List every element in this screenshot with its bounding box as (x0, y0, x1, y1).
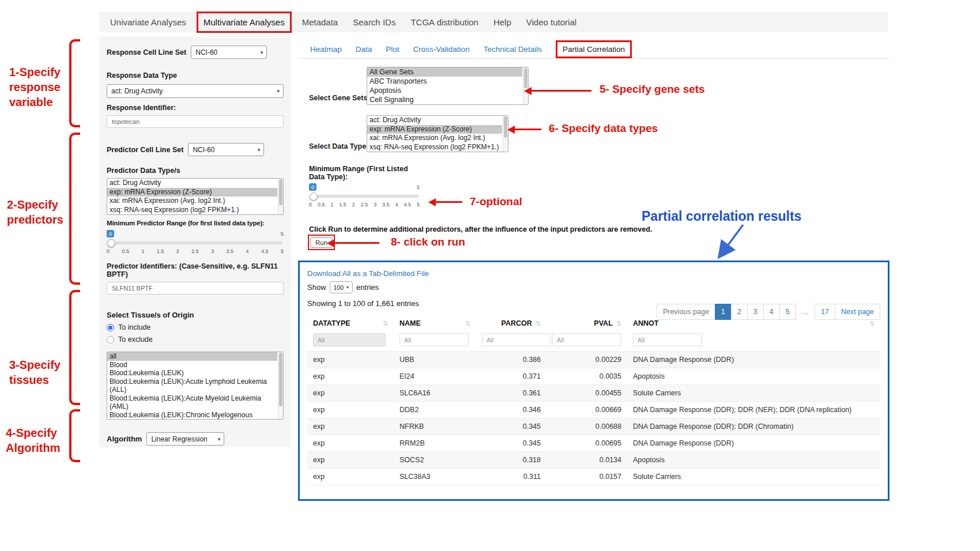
listbox-option[interactable]: xsq: RNA-seq Expression (log2 FPKM+1.) (107, 206, 277, 215)
nav-item[interactable]: Help (486, 17, 519, 27)
algorithm-select[interactable]: Linear Regression ▾ (146, 432, 224, 446)
listbox-option[interactable]: act: Drug Activity (367, 116, 502, 125)
slider-tick-label: 5 (417, 202, 420, 207)
predictor-data-types-label: Predictor Data Type/s (107, 167, 284, 175)
tissues-label: Select Tissue/s of Origin (107, 311, 284, 319)
nav-item[interactable]: Univariate Analyses (103, 17, 194, 27)
listbox-option[interactable]: Cell Signaling (367, 95, 522, 104)
column-header[interactable]: PVAL ⇅ (546, 316, 627, 331)
slider-value-badge: 0 (107, 230, 114, 237)
filter-parcor-input[interactable] (482, 333, 551, 346)
filter-datatype-input[interactable] (313, 333, 386, 346)
slider-tick-label: 2 (352, 202, 355, 207)
response-data-type-select[interactable]: act: Drug Activity ▾ (107, 84, 284, 98)
download-link[interactable]: Download All as a Tab-Delimited File (307, 269, 429, 278)
results-table: DATATYPE ⇅ NAME ⇅ PARCOR ⇅ (307, 316, 880, 485)
slider-max-label: 5 (281, 231, 284, 237)
radio-label: To exclude (118, 335, 153, 344)
tissue-exclude-radio[interactable]: To exclude (107, 335, 284, 344)
scrollbar-thumb[interactable] (279, 353, 282, 406)
slider-handle[interactable] (107, 239, 115, 247)
listbox-option[interactable]: exp: mRNA Expression (Z-Score) (107, 188, 277, 197)
slider-track[interactable] (108, 241, 282, 244)
listbox-option[interactable]: xai: mRNA Expression (Avg. log2 Int.) (367, 134, 502, 143)
response-cell-line-set-select[interactable]: NCI-60 ▾ (191, 46, 267, 59)
response-identifier-input[interactable] (107, 115, 284, 128)
tab[interactable]: Cross-Validation (413, 45, 470, 54)
listbox-option[interactable]: Blood:Leukemia (LEUK):Chronic Myelogenou… (107, 411, 277, 420)
scrollbar[interactable] (523, 67, 528, 104)
algorithm-label: Algorithm (107, 435, 142, 443)
scrollbar-thumb[interactable] (524, 68, 527, 88)
listbox-option[interactable]: xai: mRNA Expression (Avg. log2 Int.) (107, 197, 277, 206)
table-row: exp SLC6A16 0.361 0.00455 Solute Carrier… (307, 385, 880, 402)
pagination-button[interactable]: 17 (815, 304, 835, 320)
scrollbar[interactable] (278, 352, 283, 419)
column-header[interactable]: DATATYPE ⇅ (307, 316, 394, 331)
pagination-button[interactable]: 2 (731, 304, 748, 320)
scrollbar[interactable] (278, 179, 283, 214)
scrollbar[interactable] (503, 116, 508, 152)
nav-item[interactable]: Search IDs (345, 17, 403, 27)
predictor-cell-line-set-select[interactable]: NCI-60 ▾ (188, 143, 264, 156)
nav-item[interactable]: Metadata (295, 17, 346, 27)
listbox-option[interactable]: all (107, 352, 277, 361)
listbox-option[interactable]: Apoptosis (367, 86, 522, 95)
cell-parcor: 0.318 (476, 452, 546, 469)
filter-name-input[interactable] (399, 333, 469, 346)
listbox-option[interactable]: exp: mRNA Expression (Z-Score) (367, 125, 502, 134)
sidebar-controls: Response Cell Line Set NCI-60 ▾ Response… (99, 36, 291, 447)
select-value: 100 (334, 284, 344, 291)
cell-annot: DNA Damage Response (DDR) (627, 352, 880, 368)
select-value: Linear Regression (151, 435, 207, 443)
scrollbar-thumb[interactable] (279, 179, 282, 205)
listbox-option[interactable]: xsq: RNA-seq Expression (log2 FPKM+1.) (367, 143, 502, 152)
filter-annot-input[interactable] (633, 333, 702, 346)
nav-item[interactable]: Video tutorial (519, 17, 584, 27)
pagination-button[interactable]: 4 (763, 304, 780, 320)
predictor-identifiers-input[interactable] (107, 282, 284, 295)
cell-datatype: exp (307, 452, 394, 469)
nav-item[interactable]: TCGA distribution (403, 17, 486, 27)
pagination-button[interactable]: 5 (779, 304, 796, 320)
slider-tick-label: 1.5 (339, 202, 346, 207)
slider-track[interactable] (310, 195, 419, 198)
cell-datatype: exp (307, 352, 394, 368)
pagination-button[interactable]: … (796, 304, 816, 320)
listbox-option[interactable]: Blood:Leukemia (LEUK):Acute Myeloid Leuk… (107, 394, 277, 411)
cell-name: SLC38A3 (394, 469, 476, 485)
tab[interactable]: Data (356, 45, 372, 54)
nav-item[interactable]: Multivariate Analyses (197, 12, 292, 33)
annotation-step-5: 5- Specify gene sets (600, 82, 705, 97)
column-header[interactable]: NAME ⇅ (394, 316, 476, 331)
pagination-button[interactable]: Next page (835, 304, 880, 320)
pagination-button[interactable]: 1 (715, 304, 732, 320)
sort-icon: ⇅ (383, 320, 388, 327)
pagination-button[interactable]: 3 (747, 304, 764, 320)
tab[interactable]: Partial Correlation (556, 40, 632, 58)
listbox-option[interactable]: Blood (107, 361, 277, 369)
slider-handle[interactable] (310, 193, 318, 201)
chevron-down-icon: ▾ (258, 147, 261, 153)
tab[interactable]: Heatmap (310, 45, 342, 54)
table-row: exp UBB 0.386 0.00229 DNA Damage Respons… (307, 352, 880, 368)
listbox-option[interactable]: Blood:Leukemia (LEUK):Acute Lymphoid Leu… (107, 378, 277, 394)
filter-pval-input[interactable] (552, 333, 621, 346)
pagination-button[interactable]: Previous page (657, 304, 715, 320)
analysis-tabs: HeatmapDataPlotCross-ValidationTechnical… (300, 40, 889, 58)
page-size-select[interactable]: 100 ▾ (330, 281, 353, 293)
listbox-option[interactable]: Blood:Leukemia (LEUK) (107, 369, 277, 378)
tab[interactable]: Technical Details (484, 45, 542, 54)
cell-datatype: exp (307, 435, 394, 452)
tab[interactable]: Plot (386, 45, 399, 54)
listbox-option[interactable]: act: Drug Activity (107, 179, 277, 188)
listbox-option[interactable]: ABC Transporters (367, 77, 522, 86)
min-range-slider[interactable]: 0 5 00.511.522.533.544.55 (309, 183, 420, 210)
slider-tick-label: 0 (309, 202, 312, 207)
column-header[interactable]: PARCOR ⇅ (476, 316, 546, 331)
tissue-include-radio[interactable]: To include (107, 323, 284, 331)
listbox-option[interactable]: All Gene Sets (367, 67, 522, 77)
slider-tick-label: 1.5 (157, 248, 164, 254)
min-predictor-range-slider[interactable]: 0 5 00.511.522.533.544.55 (107, 230, 284, 256)
column-header-label: NAME (399, 319, 421, 327)
